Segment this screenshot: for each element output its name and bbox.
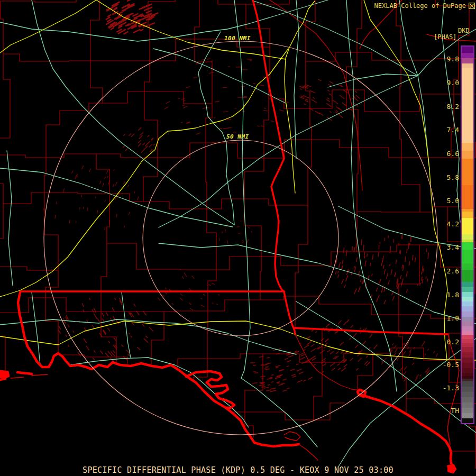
radar-speckle-cluster bbox=[164, 59, 289, 143]
coastline-path bbox=[361, 395, 453, 472]
radar-speckle-cluster bbox=[381, 341, 438, 381]
colorbar-segment bbox=[462, 58, 473, 63]
colorbar-segment bbox=[462, 242, 473, 250]
colorbar-segment bbox=[462, 297, 473, 301]
roads-yellow-path bbox=[364, 0, 447, 360]
colorbar-segment bbox=[462, 292, 473, 297]
colorbar-segment bbox=[462, 343, 473, 347]
roads-green-path bbox=[0, 319, 296, 354]
radar-speckles bbox=[43, 0, 438, 392]
colorbar-segment bbox=[462, 306, 473, 312]
roads-green-path bbox=[241, 378, 317, 447]
radar-speckle-cluster bbox=[335, 234, 428, 304]
radar-speckle-cluster bbox=[123, 127, 155, 153]
colorbar-segment bbox=[462, 339, 473, 343]
coastline-path bbox=[11, 377, 24, 378]
radar-speckle-cluster bbox=[106, 0, 158, 34]
state-borders-path bbox=[295, 328, 448, 334]
colorbar-segment bbox=[462, 347, 473, 352]
coastline-path bbox=[284, 432, 300, 441]
colorbar-segment bbox=[462, 263, 473, 270]
colorbar-segment bbox=[462, 418, 473, 423]
colorbar-segment bbox=[462, 413, 473, 418]
colorbar-segment bbox=[462, 282, 473, 287]
colorbar-segment bbox=[462, 317, 473, 321]
colorbar-segment bbox=[462, 250, 473, 263]
radar-speckle-cluster bbox=[59, 298, 153, 362]
colorbar-segment bbox=[462, 159, 473, 185]
inner-range-ring-label: 50 NMI bbox=[226, 133, 249, 140]
colorbar-segment bbox=[462, 301, 473, 306]
roads-green-path bbox=[346, 0, 353, 204]
colorbar-segment bbox=[462, 381, 473, 387]
colorbar-segment bbox=[462, 402, 473, 408]
units-label: [PHAS] bbox=[434, 33, 456, 41]
coastline-path bbox=[32, 374, 48, 376]
product-caption: SPECIFIC DIFFERENTIAL PHASE (KDP) 0.5 DE… bbox=[0, 465, 476, 475]
checkbox-icon[interactable] bbox=[469, 3, 475, 9]
coastline-path bbox=[17, 372, 32, 374]
header-title-row: NEXLAB-College of DuPage bbox=[374, 2, 475, 10]
county-lines bbox=[0, 0, 476, 476]
colorbar-segment bbox=[462, 63, 473, 68]
roads-green-path bbox=[399, 0, 418, 76]
colorbar-segment bbox=[462, 408, 473, 413]
radar-speckle-cluster bbox=[158, 273, 219, 313]
colorbar-segment bbox=[462, 363, 473, 368]
colorbar-segment bbox=[462, 397, 473, 402]
roads-green-path bbox=[338, 206, 476, 249]
coastline bbox=[0, 292, 459, 473]
roads-green-path bbox=[153, 49, 286, 103]
colorbar-segment bbox=[462, 387, 473, 392]
roads-yellow-path bbox=[0, 321, 476, 360]
colorbar-segment bbox=[462, 352, 473, 358]
colorbar-segment bbox=[462, 326, 473, 331]
colorbar-segment bbox=[462, 335, 473, 339]
colorbar-segment bbox=[462, 392, 473, 397]
colorbar-segment bbox=[462, 53, 473, 58]
colorbar-segment bbox=[462, 331, 473, 335]
range-rings-path bbox=[143, 140, 338, 336]
radar-speckle-cluster bbox=[250, 349, 313, 392]
colorbar-segment bbox=[462, 287, 473, 292]
colorbar-segment bbox=[462, 218, 473, 234]
site-title: NEXLAB-College of DuPage bbox=[374, 2, 466, 10]
colorbar-segment bbox=[462, 68, 473, 143]
colorbar-segment bbox=[462, 270, 473, 282]
roads-green-path bbox=[122, 292, 131, 358]
radar-map bbox=[0, 0, 476, 476]
colorbar-segment bbox=[462, 368, 473, 373]
colorbar-segment bbox=[462, 358, 473, 363]
radar-speckle-cluster bbox=[43, 166, 139, 230]
colorbar-segment bbox=[462, 47, 473, 53]
roads-yellow bbox=[0, 0, 476, 360]
roads-green-path bbox=[254, 1, 418, 76]
coastline-path bbox=[299, 444, 318, 460]
colorbar-segment bbox=[462, 312, 473, 317]
colorbar-segment bbox=[462, 321, 473, 326]
roads-green-path bbox=[32, 0, 234, 225]
outer-range-ring-label: 100 NMI bbox=[224, 35, 251, 42]
roads-green-path bbox=[7, 151, 13, 286]
roads-green-path bbox=[353, 204, 397, 391]
coastline-path bbox=[0, 370, 10, 379]
product-code-label: DKD bbox=[458, 27, 470, 34]
colorbar-segment bbox=[462, 143, 473, 151]
kdp-colorbar bbox=[461, 45, 474, 424]
state-borders bbox=[20, 0, 448, 334]
roads-green-path bbox=[338, 338, 476, 466]
colorbar-segment bbox=[462, 212, 473, 218]
radar-speckle-cluster bbox=[299, 319, 378, 372]
colorbar-segment bbox=[462, 151, 473, 159]
county-lines-path bbox=[0, 0, 476, 476]
state-borders-path bbox=[284, 291, 295, 334]
colorbar-segment bbox=[462, 234, 473, 240]
roads-yellow-path bbox=[0, 0, 96, 53]
colorbar-segment bbox=[462, 185, 473, 209]
